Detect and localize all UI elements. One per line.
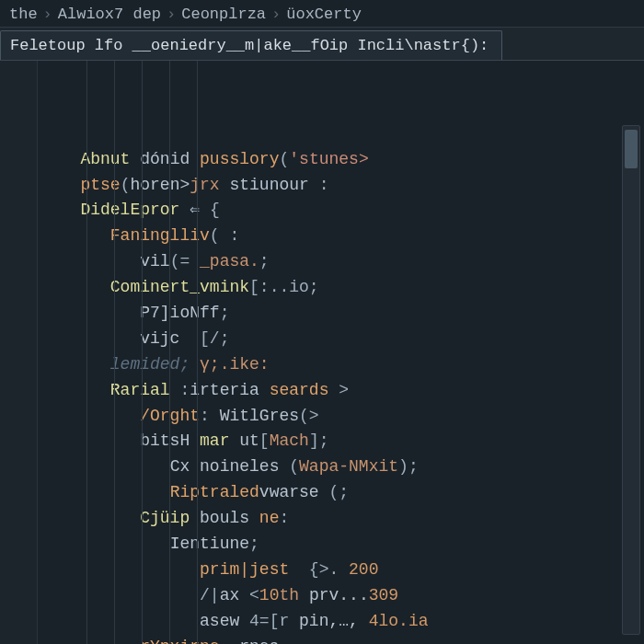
- code-token: horen>: [130, 176, 190, 194]
- breadcrumb-item[interactable]: Ceonplrza: [181, 6, 266, 23]
- code-token: (: [121, 176, 131, 194]
- code-token: ;: [220, 304, 230, 322]
- code-token: ;: [249, 535, 259, 553]
- breadcrumb[interactable]: the › Alwiox7 dep › Ceonplrza › üoxCerty: [0, 0, 644, 28]
- breadcrumb-item[interactable]: Alwiox7 dep: [58, 6, 161, 23]
- code-view[interactable]: Abnut dónid pusslory('stunes> ptse(horen…: [38, 61, 644, 644]
- code-token: mar: [200, 431, 229, 450]
- code-token: lemided;: [110, 355, 200, 374]
- code-token: prv...: [309, 586, 369, 604]
- code-line[interactable]: Riptraledvwarse (;: [51, 480, 635, 506]
- editor-area[interactable]: Abnut dónid pusslory('stunes> ptse(horen…: [0, 61, 644, 644]
- code-token: _pasa.: [190, 252, 259, 270]
- chevron-right-icon: ›: [43, 6, 52, 23]
- code-token: ( :: [210, 226, 239, 245]
- code-token: 200: [349, 560, 378, 579]
- code-token: 10: [259, 586, 280, 604]
- code-token: Mach: [270, 431, 309, 450]
- code-token: γ;.ike:: [200, 355, 270, 374]
- code-token: :: [170, 381, 190, 399]
- code-line[interactable]: rYpxirne rnea,: [51, 635, 635, 644]
- code-token: Rarial: [110, 381, 170, 399]
- code-token: /|: [200, 586, 220, 604]
- code-token: DidelEpror: [80, 201, 179, 219]
- code-line[interactable]: lemided; γ;.ike:: [51, 352, 635, 378]
- chevron-right-icon: ›: [271, 6, 281, 23]
- code-token: Faninglliv: [110, 226, 210, 245]
- code-line[interactable]: Cominert_vmink[:..io;: [51, 275, 635, 301]
- code-token: pin,…,: [299, 612, 369, 630]
- code-line[interactable]: Cjüip bouls ne:: [51, 506, 635, 532]
- code-token: dónid: [130, 150, 200, 168]
- code-token: WitlGres: [220, 407, 299, 425]
- code-token: Riptraled: [170, 483, 259, 501]
- code-token: jrx: [190, 176, 229, 194]
- editor-window: the › Alwiox7 dep › Ceonplrza › üoxCerty…: [0, 0, 644, 644]
- breadcrumb-item[interactable]: üoxCerty: [286, 6, 362, 23]
- code-token: (;: [328, 483, 349, 501]
- code-token: ne: [259, 509, 280, 527]
- code-token: vijc: [140, 329, 179, 348]
- code-token: bitsH: [140, 431, 200, 450]
- code-token: ;: [259, 252, 270, 270]
- code-line[interactable]: bitsH mar ut[Mach];: [51, 429, 635, 454]
- code-line[interactable]: prim|jest {>. 200: [51, 558, 635, 583]
- code-line[interactable]: Ientiune;: [51, 532, 635, 558]
- code-token: Cominert_vmink: [110, 278, 249, 296]
- code-token: /Orght: [140, 407, 200, 425]
- editor-tab[interactable]: Feletoup lfo __oeniedry__m|ake__fOip Inc…: [0, 30, 502, 60]
- code-token: :: [200, 407, 220, 425]
- code-token: );: [398, 457, 419, 476]
- code-line[interactable]: DidelEpror ⇐ {: [51, 198, 635, 224]
- code-token: Wapa-NMxit: [299, 457, 398, 476]
- code-token: Abnut: [80, 150, 130, 168]
- code-token: asew: [200, 612, 249, 630]
- code-token: 309: [369, 586, 398, 604]
- code-line[interactable]: /|ax <10th prv...309: [51, 583, 635, 609]
- code-token: P7]ioNff: [140, 304, 219, 322]
- code-line[interactable]: /Orght: WitlGres(>: [51, 404, 635, 430]
- code-line[interactable]: Abnut dónid pusslory('stunes>: [51, 147, 635, 173]
- code-token: (: [289, 457, 299, 476]
- code-line[interactable]: Faninglliv( :: [51, 224, 635, 249]
- code-token: seards: [270, 381, 329, 399]
- code-line[interactable]: asew 4=[r pin,…, 4lo.ia: [51, 609, 635, 635]
- code-token: vwarse: [259, 483, 329, 501]
- code-token: [: [259, 431, 270, 450]
- code-token: :: [279, 509, 289, 527]
- tab-bar: Feletoup lfo __oeniedry__m|ake__fOip Inc…: [0, 28, 644, 61]
- code-token: (: [279, 150, 289, 168]
- code-token: th: [279, 586, 308, 604]
- code-token: [/;: [179, 329, 229, 348]
- code-token: vil: [140, 252, 169, 270]
- code-token: rnea,: [220, 638, 290, 644]
- code-token: ut: [229, 431, 259, 450]
- code-token: ⇐ {: [179, 201, 219, 219]
- code-token: {>.: [289, 560, 349, 579]
- vertical-scrollbar[interactable]: [622, 125, 640, 635]
- code-token: ax: [220, 586, 249, 604]
- code-token: 4=[r: [249, 612, 299, 630]
- code-token: >: [328, 381, 349, 399]
- code-line[interactable]: ptse(horen>jrx stiunour :: [51, 173, 635, 199]
- code-token: stiunour: [229, 176, 308, 194]
- code-line[interactable]: Rarial :irteria seards >: [51, 378, 635, 404]
- code-token: [:..io;: [249, 278, 319, 296]
- code-token: <: [249, 586, 259, 604]
- code-token: 4lo.ia: [369, 612, 429, 630]
- code-line[interactable]: vijc [/;: [51, 327, 635, 352]
- code-line[interactable]: P7]ioNff;: [51, 301, 635, 327]
- breadcrumb-item[interactable]: the: [9, 6, 38, 23]
- code-token: Cx noineles: [170, 457, 290, 476]
- code-token: prim|jest: [200, 560, 289, 579]
- code-token: rYpxirne: [140, 638, 219, 644]
- line-gutter: [0, 61, 38, 644]
- code-line[interactable]: Cx noineles (Wapa-NMxit);: [51, 454, 635, 480]
- code-token: Cjüip: [140, 509, 190, 527]
- code-line[interactable]: vil(= _pasa.;: [51, 249, 635, 275]
- code-token: 'stunes>: [289, 150, 368, 168]
- code-token: :: [309, 176, 329, 194]
- code-token: (>: [299, 407, 319, 425]
- code-token: ];: [309, 431, 329, 450]
- scrollbar-thumb[interactable]: [625, 130, 638, 168]
